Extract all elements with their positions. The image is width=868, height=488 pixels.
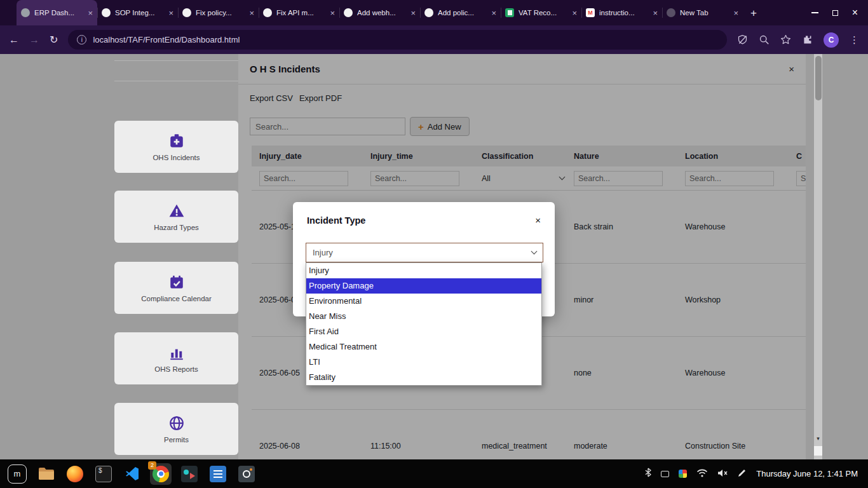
tab-add-webhook[interactable]: Add webh... × bbox=[339, 0, 420, 25]
scrollbar-thumb[interactable] bbox=[815, 56, 822, 100]
card-label: OHS Reports bbox=[154, 365, 198, 373]
wifi-icon[interactable] bbox=[696, 468, 708, 480]
option-injury[interactable]: Injury bbox=[306, 263, 541, 278]
sidebar-card-ohs-reports[interactable]: OHS Reports bbox=[114, 332, 238, 384]
close-icon[interactable]: × bbox=[733, 8, 738, 18]
sidebar-card-permits[interactable]: Permits bbox=[114, 403, 238, 455]
incident-type-dropdown: Injury Property Damage Environmental Nea… bbox=[306, 262, 542, 386]
maximize-button[interactable] bbox=[832, 10, 838, 16]
dock-vscode[interactable] bbox=[121, 463, 143, 485]
volume-muted-icon[interactable] bbox=[717, 468, 728, 480]
bluetooth-icon[interactable] bbox=[645, 468, 651, 480]
tab-sop-integration[interactable]: SOP Integ... × bbox=[97, 0, 178, 25]
color-input-icon[interactable] bbox=[679, 470, 687, 478]
close-icon[interactable]: × bbox=[410, 8, 416, 18]
bookmark-star-icon[interactable] bbox=[780, 34, 791, 45]
close-window-button[interactable]: × bbox=[852, 8, 858, 18]
tab-fix-policy[interactable]: Fix policy... × bbox=[178, 0, 259, 25]
close-icon[interactable]: × bbox=[535, 215, 541, 226]
option-environmental[interactable]: Environmental bbox=[306, 294, 541, 309]
globe-grid-icon bbox=[168, 415, 185, 431]
sidebar-card-ohs-incidents[interactable]: OHS Incidents bbox=[114, 121, 238, 173]
card-label: OHS Incidents bbox=[153, 154, 200, 161]
white-dot-icon bbox=[344, 8, 353, 17]
tab-add-policy[interactable]: Add polic... × bbox=[420, 0, 501, 25]
profile-avatar[interactable]: C bbox=[824, 32, 839, 48]
desktop: ERP Dash... × SOP Integ... × Fix policy.… bbox=[0, 0, 868, 488]
dock-media-editor[interactable] bbox=[179, 463, 200, 485]
scroll-down-button[interactable]: ▾ bbox=[814, 434, 822, 443]
dock-firefox[interactable] bbox=[64, 463, 86, 485]
minimize-button[interactable] bbox=[811, 12, 818, 13]
dock-screenshot-tool[interactable] bbox=[236, 463, 257, 485]
tab-new-tab[interactable]: New Tab × bbox=[662, 0, 743, 25]
tab-fix-api[interactable]: Fix API m... × bbox=[259, 0, 339, 25]
tab-vat-reconciliation[interactable]: VAT Reco... × bbox=[501, 0, 581, 25]
toolbar-actions: C ⋮ bbox=[737, 32, 859, 48]
divider bbox=[114, 81, 238, 81]
close-icon[interactable]: × bbox=[572, 8, 577, 18]
close-icon[interactable]: × bbox=[491, 8, 496, 18]
warning-triangle-icon bbox=[168, 203, 185, 219]
close-icon[interactable]: × bbox=[653, 8, 658, 18]
browser-toolbar: ← → ↻ i localhost/TAF/FrontEnd/Dashboard… bbox=[0, 25, 868, 54]
github-icon bbox=[182, 8, 191, 17]
close-icon[interactable]: × bbox=[330, 8, 335, 18]
tab-title: New Tab bbox=[680, 9, 729, 17]
back-button[interactable]: ← bbox=[9, 35, 19, 45]
close-icon[interactable]: × bbox=[168, 8, 173, 18]
folder-icon bbox=[38, 467, 55, 481]
new-tab-button[interactable]: + bbox=[750, 8, 757, 18]
maximize-icon bbox=[832, 10, 838, 16]
chevron-down-icon bbox=[531, 248, 538, 255]
incident-type-modal: Incident Type × Injury Injury Property D… bbox=[293, 202, 555, 316]
close-icon[interactable]: × bbox=[88, 8, 93, 18]
divider bbox=[114, 60, 238, 61]
option-first-aid[interactable]: First Aid bbox=[306, 324, 541, 339]
tracking-protection-icon[interactable] bbox=[737, 34, 748, 45]
reload-button[interactable]: ↻ bbox=[50, 35, 58, 45]
browser-menu-icon[interactable]: ⋮ bbox=[850, 34, 859, 46]
zoom-icon[interactable] bbox=[759, 34, 770, 45]
tab-title: Add polic... bbox=[438, 9, 487, 17]
clock[interactable]: Thursday June 12, 1:41 PM bbox=[756, 469, 858, 478]
dock-terminal[interactable] bbox=[93, 463, 114, 485]
tab-erp-dashboard[interactable]: ERP Dash... × bbox=[17, 0, 97, 25]
sidebar-card-compliance-calendar[interactable]: Compliance Calendar bbox=[114, 262, 238, 314]
notification-badge: 2 bbox=[148, 461, 156, 470]
terminal-icon bbox=[95, 466, 112, 482]
device-icon[interactable] bbox=[661, 471, 669, 477]
option-medical-treatment[interactable]: Medical Treatment bbox=[306, 339, 541, 355]
dock-files[interactable] bbox=[36, 463, 57, 485]
tab-instructions[interactable]: instructio... × bbox=[581, 0, 662, 25]
option-near-miss[interactable]: Near Miss bbox=[306, 309, 541, 324]
address-bar[interactable]: i localhost/TAF/FrontEnd/Dashboard.html bbox=[68, 30, 727, 50]
minimize-icon bbox=[811, 12, 818, 13]
url-text[interactable]: localhost/TAF/FrontEnd/Dashboard.html bbox=[93, 35, 240, 44]
option-property-damage[interactable]: Property Damage bbox=[306, 278, 541, 294]
system-tray bbox=[645, 468, 746, 480]
sidebar-card-hazard-types[interactable]: Hazard Types bbox=[114, 191, 238, 243]
incident-type-select[interactable]: Injury bbox=[306, 243, 543, 262]
extensions-puzzle-icon[interactable] bbox=[802, 34, 813, 45]
dock-writer[interactable] bbox=[207, 463, 229, 485]
dock-chrome[interactable]: 2 bbox=[150, 463, 172, 485]
option-lti[interactable]: LTI bbox=[306, 355, 541, 370]
card-label: Hazard Types bbox=[154, 224, 199, 231]
close-icon[interactable]: × bbox=[249, 8, 254, 18]
modal-title: Incident Type bbox=[307, 215, 365, 226]
tab-title: Fix API m... bbox=[276, 9, 325, 17]
card-label: Compliance Calendar bbox=[141, 295, 212, 302]
selected-value: Injury bbox=[313, 248, 333, 257]
vertical-scrollbar[interactable]: ▾ bbox=[814, 54, 822, 459]
tab-title: ERP Dash... bbox=[34, 9, 83, 17]
forward-button[interactable]: → bbox=[29, 35, 39, 45]
bar-chart-icon bbox=[168, 344, 185, 361]
site-info-icon[interactable]: i bbox=[77, 35, 86, 44]
option-fatality[interactable]: Fatality bbox=[306, 370, 541, 385]
app-launcher-icon[interactable] bbox=[8, 464, 27, 484]
browser-tab-bar: ERP Dash... × SOP Integ... × Fix policy.… bbox=[0, 0, 868, 25]
stylus-icon[interactable] bbox=[738, 468, 746, 480]
tab-title: Add webh... bbox=[357, 9, 406, 17]
document-app-icon bbox=[210, 466, 226, 482]
